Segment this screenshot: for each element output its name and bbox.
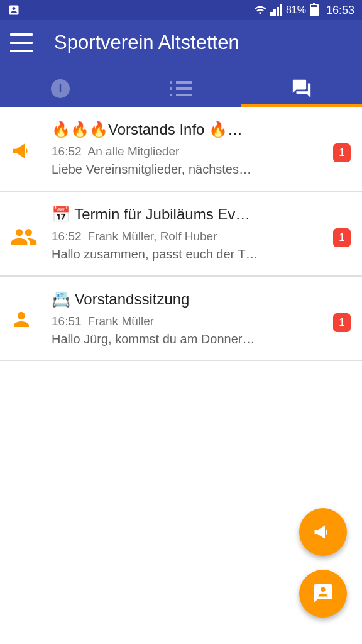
conversation-preview: Hallo Jürg, kommst du am Donner… xyxy=(52,332,328,347)
status-left xyxy=(8,4,20,16)
battery-icon xyxy=(310,4,319,16)
tab-chat[interactable] xyxy=(241,78,362,99)
battery-percent: 81% xyxy=(286,4,306,16)
conversation-title: 🔥🔥🔥Vorstands Info 🔥… xyxy=(52,121,328,138)
menu-button[interactable] xyxy=(10,33,33,52)
group-icon xyxy=(10,206,52,251)
conversation-body: 📇 Vorstandssitzung 16:51 Frank Müller Ha… xyxy=(52,291,328,347)
info-icon: i xyxy=(51,79,70,98)
tabs: i xyxy=(0,72,362,107)
conversation-participants: Frank Müller xyxy=(88,314,155,328)
fab-new-message-button[interactable] xyxy=(299,570,347,618)
wifi-icon xyxy=(254,4,266,16)
unread-badge: 1 xyxy=(333,143,351,162)
conversation-participants: Frank Müller, Rolf Huber xyxy=(88,230,217,243)
page-title: Sportverein Altstetten xyxy=(54,31,239,54)
list-icon xyxy=(170,81,192,96)
megaphone-icon xyxy=(312,521,334,543)
conversation-list: 🔥🔥🔥Vorstands Info 🔥… 16:52 An alle Mitgl… xyxy=(0,107,362,361)
cell-signal-icon xyxy=(270,4,282,16)
unread-badge: 1 xyxy=(333,228,351,247)
status-bar: 81% 16:53 xyxy=(0,0,362,20)
conversation-title: 📅 Termin für Jubiläums Ev… xyxy=(52,206,328,223)
conversation-participants: An alle Mitglieder xyxy=(88,145,180,158)
status-right: 81% 16:53 xyxy=(254,4,354,17)
tab-info[interactable]: i xyxy=(0,79,121,98)
title-row: Sportverein Altstetten xyxy=(0,20,362,72)
conversation-body: 🔥🔥🔥Vorstands Info 🔥… 16:52 An alle Mitgl… xyxy=(52,121,328,177)
conversation-meta: 16:52 Frank Müller, Rolf Huber xyxy=(52,230,328,243)
conversation-body: 📅 Termin für Jubiläums Ev… 16:52 Frank M… xyxy=(52,206,328,262)
fab-broadcast-button[interactable] xyxy=(299,508,347,556)
contact-card-icon xyxy=(8,4,20,16)
conversation-meta: 16:51 Frank Müller xyxy=(52,314,328,328)
conversation-time: 16:52 xyxy=(52,145,82,158)
unread-badge: 1 xyxy=(333,313,351,332)
tab-list[interactable] xyxy=(121,81,241,96)
conversation-time: 16:52 xyxy=(52,230,82,243)
conversation-title: 📇 Vorstandssitzung xyxy=(52,291,328,308)
conversation-preview: Hallo zusammen, passt euch der T… xyxy=(52,247,328,262)
clock-time: 16:53 xyxy=(326,4,354,17)
megaphone-icon xyxy=(10,121,52,164)
app-header: Sportverein Altstetten i xyxy=(0,20,362,107)
contact-chat-icon xyxy=(312,582,334,605)
person-icon xyxy=(10,291,52,331)
conversation-preview: Liebe Vereinsmitglieder, nächstes… xyxy=(52,162,328,177)
list-item[interactable]: 📅 Termin für Jubiläums Ev… 16:52 Frank M… xyxy=(0,191,362,276)
conversation-time: 16:51 xyxy=(52,314,82,328)
conversation-meta: 16:52 An alle Mitglieder xyxy=(52,145,328,158)
list-item[interactable]: 📇 Vorstandssitzung 16:51 Frank Müller Ha… xyxy=(0,276,362,361)
chat-bubbles-icon xyxy=(291,78,312,99)
list-item[interactable]: 🔥🔥🔥Vorstands Info 🔥… 16:52 An alle Mitgl… xyxy=(0,107,362,191)
